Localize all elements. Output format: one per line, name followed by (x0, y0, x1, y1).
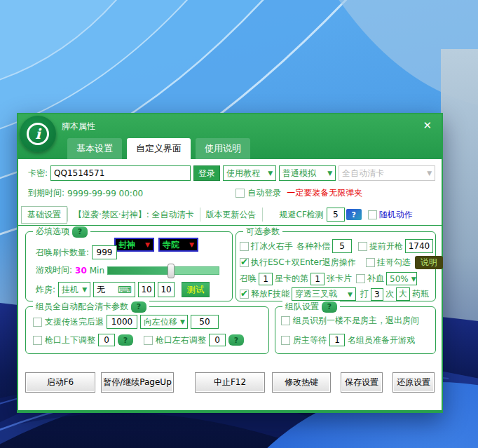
window-titlebar[interactable]: i 脚本属性 ✕ 基本设置 自定义界面 使用说明 (18, 114, 442, 159)
card-input[interactable] (310, 273, 325, 285)
window-title: 脚本属性 (62, 121, 95, 133)
test-button[interactable]: 测试 (182, 282, 210, 297)
login-button[interactable]: 登录 (193, 165, 220, 181)
compensation-input[interactable] (332, 239, 352, 253)
size-box[interactable]: 大 (396, 287, 410, 301)
shift-amount-input[interactable] (191, 315, 219, 329)
fskill-dropdown[interactable]: 穿透三叉戟 ▼ (292, 287, 356, 301)
muzzle-updown-help-icon[interactable]: ? (118, 334, 133, 346)
icefire-checkbox[interactable] (240, 242, 249, 251)
expiry-label: 到期时间: (28, 187, 64, 199)
hit-label: 打 (360, 288, 369, 300)
mode-dropdown[interactable]: 普通模拟 ▼ (279, 165, 336, 181)
chevron-down-icon: ▼ (348, 291, 353, 298)
bomb-num1-input[interactable] (138, 282, 155, 297)
muzzle-leftright-checkbox[interactable] (144, 336, 153, 345)
chevron-down-icon: ▼ (411, 276, 416, 283)
heal-percent-dropdown[interactable]: 50% ▼ (386, 272, 417, 285)
card-key-input[interactable] (50, 165, 191, 181)
muzzle-leftright-label: 枪口左右调整 (156, 334, 206, 346)
game-time-value: 30 (75, 266, 87, 276)
slider-fill (108, 267, 171, 274)
restore-settings-button[interactable]: 还原设置 (392, 372, 435, 393)
host-wait-checkbox[interactable] (281, 336, 290, 345)
chevron-down-icon: ▼ (189, 241, 194, 248)
auto-login-label: 自动登录 (247, 187, 281, 199)
map-dropdown-fengshen[interactable]: 封神 ▼ (114, 238, 154, 252)
identify-host-label: 组员识别一楼不是房主，退出房间 (293, 315, 419, 327)
bomb-none-dropdown[interactable]: 无 ⌨ (93, 282, 135, 297)
member-help-icon[interactable]: ? (131, 301, 146, 313)
star-input[interactable] (259, 273, 273, 285)
host-wait-input[interactable] (329, 334, 345, 346)
guage-checkbox[interactable] (366, 258, 375, 267)
auto-login-checkbox[interactable] (235, 189, 245, 198)
pause-resume-button[interactable]: 暂停/继续PageUp (101, 372, 174, 393)
bomb-mode-dropdown[interactable]: 挂机 ▼ (58, 282, 90, 297)
muzzle-updown-checkbox[interactable] (33, 336, 42, 345)
divider (262, 208, 263, 222)
chevron-down-icon: ▼ (327, 170, 332, 177)
summon-count-input[interactable] (92, 245, 117, 259)
explain-button[interactable]: 说明 (415, 256, 443, 269)
optional-group-title: 可选参数 (246, 226, 280, 238)
required-group-title: 必填选项 (36, 226, 69, 238)
auto-clear-dropdown: 全自动清卡 ▼ (339, 165, 435, 181)
info-icon: i (20, 116, 56, 152)
tutorial-dropdown[interactable]: 使用教程 ▼ (223, 165, 276, 181)
mode-tab-notice[interactable]: 版本更新公告 (200, 209, 262, 221)
optional-params-group: 可选参数 打冰火右手 各种补偿 提前开枪 执行ESC+双Enter退房操作 挂哥… (235, 231, 436, 301)
hit-count-input[interactable] (371, 288, 383, 301)
esc-exit-checkbox[interactable] (240, 258, 249, 267)
cf-help-icon[interactable]: ? (346, 209, 362, 220)
abort-f12-button[interactable]: 中止F12 (195, 372, 265, 393)
guage-label: 挂哥勾选 (377, 257, 411, 269)
random-action-checkbox[interactable] (368, 210, 377, 219)
mode-tab-bar: 基础设置 【逆袭·禁区·封神】: 全自动清卡 版本更新公告 规避CF检测 ? 随… (18, 205, 442, 224)
team-settings-group: 组队设置 ? 组员识别一楼不是房主，退出房间 房主等待 名组员准备开游戏 (275, 306, 436, 354)
window-content: 卡密: 登录 使用教程 ▼ 普通模拟 ▼ 全自动清卡 ▼ 到期时间: 9999-… (18, 159, 442, 410)
preshoot-label: 提前开枪 (369, 240, 403, 252)
bomb-num2-input[interactable] (158, 282, 175, 297)
support-input[interactable] (107, 315, 137, 329)
bomb-room-label: 炸房: (36, 284, 55, 296)
slider-thumb[interactable] (168, 264, 175, 278)
preshoot-checkbox[interactable] (358, 242, 367, 251)
tab-custom-ui[interactable]: 自定义界面 (127, 138, 191, 159)
warning-text: 一定要装备无限弹夹 (287, 187, 362, 199)
support-checkbox[interactable] (33, 318, 42, 327)
hit-unit: 次 (385, 288, 394, 300)
keyboard-icon: ⌨ (118, 285, 132, 294)
tab-basic-settings[interactable]: 基本设置 (67, 138, 122, 159)
team-help-icon[interactable]: ? (322, 301, 337, 313)
edit-hotkeys-button[interactable]: 修改热键 (272, 372, 331, 393)
shift-direction-dropdown[interactable]: 向左位移 ▼ (140, 315, 188, 329)
start-f6-button[interactable]: 启动F6 (25, 372, 95, 393)
save-settings-button[interactable]: 保存设置 (341, 372, 383, 393)
muzzle-leftright-help-icon[interactable]: ? (228, 334, 244, 346)
game-time-unit: Min (90, 266, 104, 276)
cf-detect-label: 规避CF检测 (280, 209, 324, 221)
heal-checkbox[interactable] (356, 274, 365, 283)
map-dropdown-siyuan[interactable]: 寺院 ▼ (158, 238, 198, 252)
fskill-checkbox[interactable] (240, 290, 249, 299)
compensation-label: 各种补偿 (296, 240, 330, 252)
tab-instructions[interactable]: 使用说明 (196, 138, 250, 159)
muzzle-updown-input[interactable] (98, 334, 115, 346)
muzzle-leftright-input[interactable] (209, 334, 226, 346)
cf-detect-input[interactable] (327, 208, 345, 222)
game-time-slider[interactable] (107, 266, 219, 275)
required-help-icon[interactable]: ? (72, 226, 88, 238)
member-params-group: 组员全自动配合清卡参数 ? 支援传送完后退 向左位移 ▼ 枪口上下调整 ? 枪口 (25, 306, 269, 354)
fskill-label: 释放F技能 (251, 288, 289, 300)
bottle-label: 药瓶 (412, 288, 429, 300)
chevron-down-icon: ▼ (180, 318, 185, 325)
card-key-label: 卡密: (28, 168, 48, 179)
mode-tab-main[interactable]: 【逆袭·禁区·封神】: 全自动清卡 (68, 209, 200, 221)
preshoot-input[interactable] (405, 239, 433, 253)
summon-star-mid: 星卡的第 (275, 273, 308, 285)
identify-host-checkbox[interactable] (281, 316, 290, 325)
mode-tab-basic[interactable]: 基础设置 (21, 206, 67, 224)
close-icon[interactable]: ✕ (423, 119, 432, 132)
chevron-down-icon: ▼ (145, 241, 150, 248)
